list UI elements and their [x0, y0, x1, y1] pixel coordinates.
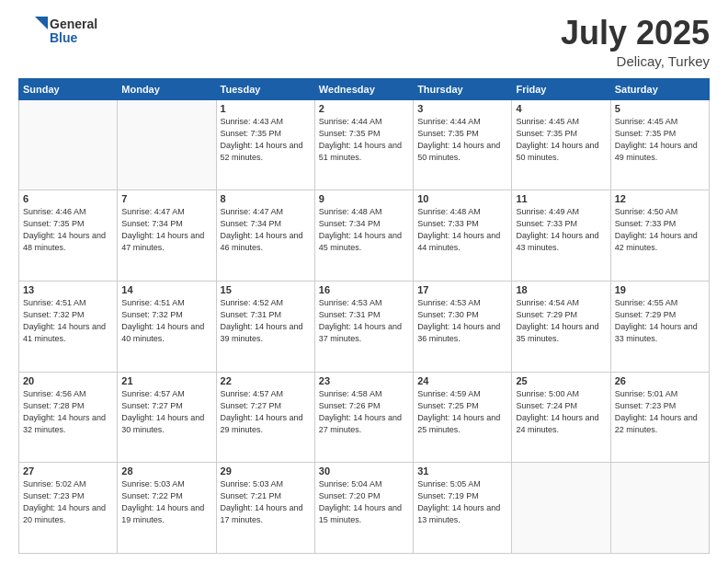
header-friday: Friday — [512, 78, 610, 99]
table-row: 9Sunrise: 4:48 AM Sunset: 7:34 PM Daylig… — [314, 190, 413, 282]
day-detail: Sunrise: 4:56 AM Sunset: 7:28 PM Dayligh… — [23, 388, 113, 436]
day-number: 16 — [319, 284, 409, 295]
table-row: 23Sunrise: 4:58 AM Sunset: 7:26 PM Dayli… — [314, 372, 413, 463]
page: General Blue July 2025 Delicay, Turkey S… — [0, 0, 728, 563]
day-number: 13 — [23, 284, 113, 295]
table-row: 26Sunrise: 5:01 AM Sunset: 7:23 PM Dayli… — [610, 372, 709, 463]
calendar-week-row: 13Sunrise: 4:51 AM Sunset: 7:32 PM Dayli… — [19, 281, 710, 372]
table-row: 22Sunrise: 4:57 AM Sunset: 7:27 PM Dayli… — [216, 372, 314, 463]
table-row: 6Sunrise: 4:46 AM Sunset: 7:35 PM Daylig… — [19, 190, 118, 282]
day-detail: Sunrise: 5:00 AM Sunset: 7:24 PM Dayligh… — [516, 388, 606, 436]
day-number: 30 — [319, 465, 409, 477]
location-title: Delicay, Turkey — [561, 53, 710, 69]
day-detail: Sunrise: 4:49 AM Sunset: 7:33 PM Dayligh… — [516, 206, 606, 254]
table-row: 1Sunrise: 4:43 AM Sunset: 7:35 PM Daylig… — [216, 99, 314, 190]
table-row — [610, 463, 709, 554]
table-row: 18Sunrise: 4:54 AM Sunset: 7:29 PM Dayli… — [512, 281, 610, 372]
day-detail: Sunrise: 4:54 AM Sunset: 7:29 PM Dayligh… — [516, 297, 606, 345]
day-number: 17 — [417, 284, 507, 295]
header: General Blue July 2025 Delicay, Turkey — [18, 15, 710, 69]
day-number: 11 — [516, 193, 606, 204]
day-number: 21 — [121, 375, 211, 386]
logo-general: General — [50, 17, 97, 31]
day-detail: Sunrise: 4:47 AM Sunset: 7:34 PM Dayligh… — [221, 206, 311, 254]
table-row: 5Sunrise: 4:45 AM Sunset: 7:35 PM Daylig… — [610, 99, 709, 190]
day-number: 9 — [319, 193, 409, 204]
day-number: 31 — [417, 465, 507, 477]
day-detail: Sunrise: 4:58 AM Sunset: 7:26 PM Dayligh… — [319, 388, 409, 436]
day-detail: Sunrise: 4:48 AM Sunset: 7:34 PM Dayligh… — [319, 206, 409, 254]
table-row: 15Sunrise: 4:52 AM Sunset: 7:31 PM Dayli… — [216, 281, 314, 372]
table-row: 21Sunrise: 4:57 AM Sunset: 7:27 PM Dayli… — [118, 372, 216, 463]
svg-marker-0 — [35, 17, 48, 29]
day-detail: Sunrise: 4:43 AM Sunset: 7:35 PM Dayligh… — [221, 116, 311, 164]
table-row: 29Sunrise: 5:03 AM Sunset: 7:21 PM Dayli… — [216, 463, 314, 554]
title-block: July 2025 Delicay, Turkey — [561, 15, 710, 69]
table-row: 13Sunrise: 4:51 AM Sunset: 7:32 PM Dayli… — [19, 281, 118, 372]
header-saturday: Saturday — [610, 78, 709, 99]
table-row: 24Sunrise: 4:59 AM Sunset: 7:25 PM Dayli… — [414, 372, 512, 463]
day-number: 7 — [121, 193, 211, 204]
table-row: 11Sunrise: 4:49 AM Sunset: 7:33 PM Dayli… — [512, 190, 610, 282]
day-number: 15 — [221, 284, 311, 295]
table-row: 20Sunrise: 4:56 AM Sunset: 7:28 PM Dayli… — [19, 372, 118, 463]
day-number: 20 — [23, 375, 113, 386]
day-number: 3 — [417, 103, 507, 114]
day-detail: Sunrise: 4:51 AM Sunset: 7:32 PM Dayligh… — [121, 297, 211, 345]
table-row: 19Sunrise: 4:55 AM Sunset: 7:29 PM Dayli… — [610, 281, 709, 372]
day-detail: Sunrise: 5:04 AM Sunset: 7:20 PM Dayligh… — [319, 478, 409, 526]
day-detail: Sunrise: 4:53 AM Sunset: 7:30 PM Dayligh… — [417, 297, 507, 345]
day-number: 27 — [23, 465, 113, 477]
table-row: 7Sunrise: 4:47 AM Sunset: 7:34 PM Daylig… — [118, 190, 216, 282]
table-row: 31Sunrise: 5:05 AM Sunset: 7:19 PM Dayli… — [414, 463, 512, 554]
table-row: 10Sunrise: 4:48 AM Sunset: 7:33 PM Dayli… — [414, 190, 512, 282]
table-row: 27Sunrise: 5:02 AM Sunset: 7:23 PM Dayli… — [19, 463, 118, 554]
logo: General Blue — [18, 15, 97, 48]
day-number: 26 — [615, 375, 705, 386]
day-detail: Sunrise: 4:55 AM Sunset: 7:29 PM Dayligh… — [615, 297, 705, 345]
table-row: 4Sunrise: 4:45 AM Sunset: 7:35 PM Daylig… — [512, 99, 610, 190]
calendar-week-row: 27Sunrise: 5:02 AM Sunset: 7:23 PM Dayli… — [19, 463, 710, 554]
day-detail: Sunrise: 5:05 AM Sunset: 7:19 PM Dayligh… — [417, 478, 507, 526]
day-number: 14 — [121, 284, 211, 295]
day-detail: Sunrise: 4:57 AM Sunset: 7:27 PM Dayligh… — [121, 388, 211, 436]
table-row: 30Sunrise: 5:04 AM Sunset: 7:20 PM Dayli… — [314, 463, 413, 554]
day-number: 18 — [516, 284, 606, 295]
weekday-header-row: Sunday Monday Tuesday Wednesday Thursday… — [19, 78, 710, 99]
month-title: July 2025 — [561, 15, 710, 52]
table-row: 16Sunrise: 4:53 AM Sunset: 7:31 PM Dayli… — [314, 281, 413, 372]
header-thursday: Thursday — [414, 78, 512, 99]
day-detail: Sunrise: 5:01 AM Sunset: 7:23 PM Dayligh… — [615, 388, 705, 436]
day-detail: Sunrise: 4:59 AM Sunset: 7:25 PM Dayligh… — [417, 388, 507, 436]
logo-text: General Blue — [50, 17, 97, 46]
day-detail: Sunrise: 4:47 AM Sunset: 7:34 PM Dayligh… — [121, 206, 211, 254]
day-number: 22 — [221, 375, 311, 386]
day-detail: Sunrise: 4:44 AM Sunset: 7:35 PM Dayligh… — [417, 116, 507, 164]
header-tuesday: Tuesday — [216, 78, 314, 99]
header-wednesday: Wednesday — [314, 78, 413, 99]
day-detail: Sunrise: 4:57 AM Sunset: 7:27 PM Dayligh… — [221, 388, 311, 436]
table-row: 25Sunrise: 5:00 AM Sunset: 7:24 PM Dayli… — [512, 372, 610, 463]
day-detail: Sunrise: 4:45 AM Sunset: 7:35 PM Dayligh… — [615, 116, 705, 164]
day-detail: Sunrise: 5:03 AM Sunset: 7:22 PM Dayligh… — [121, 478, 211, 526]
day-detail: Sunrise: 4:48 AM Sunset: 7:33 PM Dayligh… — [417, 206, 507, 254]
table-row — [19, 99, 118, 190]
calendar-table: Sunday Monday Tuesday Wednesday Thursday… — [18, 78, 710, 554]
table-row — [512, 463, 610, 554]
logo-blue: Blue — [50, 31, 97, 45]
table-row: 28Sunrise: 5:03 AM Sunset: 7:22 PM Dayli… — [118, 463, 216, 554]
day-detail: Sunrise: 4:46 AM Sunset: 7:35 PM Dayligh… — [23, 206, 113, 254]
day-number: 6 — [23, 193, 113, 204]
header-monday: Monday — [118, 78, 216, 99]
day-number: 19 — [615, 284, 705, 295]
logo-bird-icon — [18, 15, 48, 48]
day-number: 25 — [516, 375, 606, 386]
day-detail: Sunrise: 4:52 AM Sunset: 7:31 PM Dayligh… — [221, 297, 311, 345]
day-detail: Sunrise: 5:03 AM Sunset: 7:21 PM Dayligh… — [221, 478, 311, 526]
table-row: 8Sunrise: 4:47 AM Sunset: 7:34 PM Daylig… — [216, 190, 314, 282]
day-number: 23 — [319, 375, 409, 386]
day-number: 12 — [615, 193, 705, 204]
day-number: 1 — [221, 103, 311, 114]
day-number: 8 — [221, 193, 311, 204]
table-row: 17Sunrise: 4:53 AM Sunset: 7:30 PM Dayli… — [414, 281, 512, 372]
